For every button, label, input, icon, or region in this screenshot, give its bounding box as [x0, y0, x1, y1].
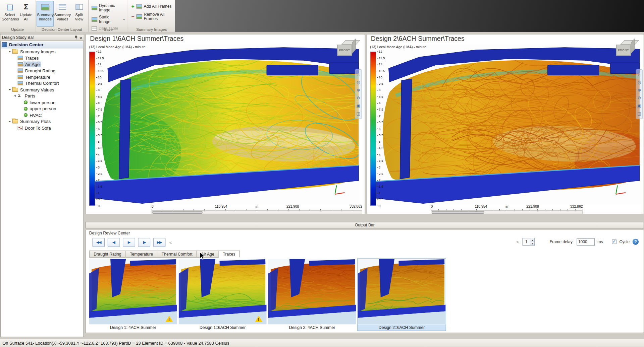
pan-icon[interactable]: ⊙ [357, 96, 360, 100]
ruler-label: 332.862 [350, 204, 362, 208]
cfd-scene-design-1[interactable] [95, 44, 360, 205]
thumbnail-image[interactable] [179, 259, 267, 325]
tree-item-door-to-sofa[interactable]: Door To Sofa [1, 125, 83, 131]
remove-all-frames-button[interactable]: − Remove All Frames [129, 11, 174, 21]
rewind-button[interactable]: ◀◀ [93, 238, 105, 247]
horizontal-scrollbar[interactable] [431, 210, 583, 214]
ribbon-group-decision-center-layout: Summary Images Summary Values Split View… [35, 0, 89, 32]
navigation-toolbar[interactable]: ⌂◎⊕⊙▣◫ [636, 69, 643, 119]
dynamic-image-button[interactable]: Dynamic Image [90, 3, 126, 13]
section-icon[interactable]: ▣ [357, 104, 361, 108]
pin-icon[interactable] [74, 35, 78, 40]
thumbnail-design-1-4ach-summer[interactable]: Design 1::4ACH Summer [89, 259, 177, 331]
colorbar-tick-label: 6.5 [377, 121, 383, 124]
horizontal-scrollbar[interactable] [152, 210, 362, 214]
viewport-design-2[interactable]: Design 2\6ACH Summer\Traces (13) Local M… [366, 34, 644, 214]
step-forward-button[interactable]: |▶ [138, 238, 150, 247]
step-back-button[interactable]: ◀| [108, 238, 120, 247]
expander-icon[interactable]: ▾ [13, 94, 18, 98]
design-study-bar-titlebar[interactable]: Design Study Bar × [0, 34, 84, 41]
viewport-design-1[interactable]: Design 1\6ACH Summer\Traces (13) Local M… [86, 34, 365, 214]
tree-item-hvac[interactable]: HVAC [1, 112, 83, 118]
spinner-down-icon[interactable]: ▼ [530, 242, 534, 245]
colorbar-tick-label: 1.5 [377, 185, 383, 189]
thumbnail-image[interactable] [89, 259, 177, 325]
tree-item-label: Summary Values [19, 87, 55, 92]
chevron-down-icon: ▾ [123, 17, 125, 21]
ribbon-group-label: Save [89, 27, 127, 32]
summary-images-button[interactable]: Summary Images [37, 1, 54, 26]
colorbar: 1211.51110.5109.598.587.576.565.554.543.… [370, 51, 394, 212]
ruler-label: in [505, 204, 508, 208]
tree-item-air-age[interactable]: Air Age [1, 61, 83, 67]
colorbar-tick-label: 4 [377, 153, 380, 156]
expander-icon[interactable]: ▾ [7, 120, 12, 123]
output-bar[interactable]: Output Bar [86, 222, 644, 228]
update-all-button[interactable]: Σ Update All [18, 1, 34, 26]
view-cube-top-face[interactable] [341, 40, 360, 45]
tree-item-temperature[interactable]: Temperature [1, 74, 83, 80]
fast-forward-button[interactable]: ▶▶ [153, 238, 166, 247]
tree-item-summary-images[interactable]: ▾Summary Images [1, 48, 83, 55]
frame-number-spinner[interactable]: 1 ▲▼ [523, 238, 535, 246]
navigation-toolbar[interactable]: ⌂◎⊕⊙▣◫ [355, 69, 362, 119]
home-icon[interactable]: ⌂ [357, 73, 360, 77]
thumbnail-image[interactable] [358, 259, 446, 325]
tree-item-upper-person[interactable]: upper person [1, 106, 83, 112]
select-scenarios-button[interactable]: ▤ Select Scenarios [1, 1, 18, 26]
thumbnail-design-2-6ach-summer[interactable]: Design 2::6ACH Summer [358, 259, 446, 331]
close-icon[interactable]: × [79, 36, 82, 40]
tree-item-draught-rating[interactable]: Draught Rating [1, 67, 83, 74]
cfd-scene-design-2[interactable] [376, 44, 641, 205]
tree-item-decision-center[interactable]: Decision Center [1, 42, 83, 49]
spinner-up-icon[interactable]: ▲ [530, 238, 534, 241]
tree-item-traces[interactable]: Traces [1, 55, 83, 61]
thumbnail-design-1-6ach-summer[interactable]: Design 1::6ACH Summer [179, 259, 267, 331]
scrollbar-thumb[interactable] [432, 211, 484, 214]
plus-icon: + [131, 3, 135, 9]
colorbar-legend-title: (13) Local Mean Age (LMA) - minute [89, 45, 146, 49]
scrollbar-thumb[interactable] [152, 211, 202, 214]
tab-temperature[interactable]: Temperature [126, 251, 157, 258]
summary-values-button[interactable]: Summary Values [54, 1, 71, 26]
split-view-button[interactable]: Split View [71, 1, 87, 26]
tree-item-thermal-comfort[interactable]: Thermal Comfort [1, 80, 83, 86]
play-button[interactable]: ▶ [123, 238, 135, 247]
tree-item-summary-values[interactable]: ▾Summary Values [1, 86, 83, 93]
zoom-icon[interactable]: ⊕ [357, 88, 360, 92]
tab-traces[interactable]: Traces [219, 251, 240, 258]
expander-icon[interactable]: ▾ [7, 88, 12, 91]
expander-icon[interactable]: ▾ [7, 50, 12, 53]
thumbnail-design-2-4ach-summer[interactable]: Design 2::4ACH Summer [268, 259, 356, 331]
view-cube-top-face[interactable] [620, 40, 639, 45]
tree-item-lower-person[interactable]: lower person [1, 99, 83, 106]
thumbnail-image[interactable] [268, 259, 356, 325]
pan-icon[interactable]: ⊙ [638, 96, 641, 100]
static-image-button[interactable]: Static Image ▾ [90, 14, 126, 24]
tab-draught-rating[interactable]: Draught Rating [89, 251, 126, 258]
orbit-icon[interactable]: ◎ [357, 80, 360, 84]
views-icon[interactable]: ◫ [357, 112, 361, 116]
orbit-icon[interactable]: ◎ [638, 80, 641, 84]
zoom-icon[interactable]: ⊕ [638, 88, 641, 92]
next-frame-arrow[interactable]: > [516, 239, 520, 244]
view-cube-front-face[interactable]: FRONT [337, 45, 352, 56]
section-icon[interactable]: ▣ [637, 104, 641, 108]
add-all-frames-button[interactable]: + Add All Frames [129, 3, 174, 10]
view-cube[interactable]: FRONT [616, 40, 638, 59]
tree-item-parts[interactable]: ▾Parts [1, 93, 83, 99]
view-cube[interactable]: FRONT [337, 40, 359, 59]
tree-item-summary-plots[interactable]: ▾Summary Plots [1, 118, 83, 125]
scenario-thumbnails: Design 1::4ACH SummerDesign 1::6ACH Summ… [89, 259, 446, 331]
cycle-checkbox[interactable] [612, 239, 616, 244]
view-cube-front-face[interactable]: FRONT [616, 45, 631, 56]
help-icon[interactable]: ? [633, 239, 639, 245]
previous-frame-arrow[interactable]: < [168, 240, 173, 245]
frame-delay-input[interactable]: 1000 [577, 238, 595, 246]
colorbar-gradient [89, 52, 95, 206]
views-icon[interactable]: ◫ [637, 112, 641, 116]
viewport-title: Design 1\6ACH Summer\Traces [90, 35, 183, 43]
home-icon[interactable]: ⌂ [638, 73, 640, 77]
colorbar-tick-label: 10.5 [377, 69, 385, 73]
tab-thermal-comfort[interactable]: Thermal Comfort [157, 251, 197, 258]
